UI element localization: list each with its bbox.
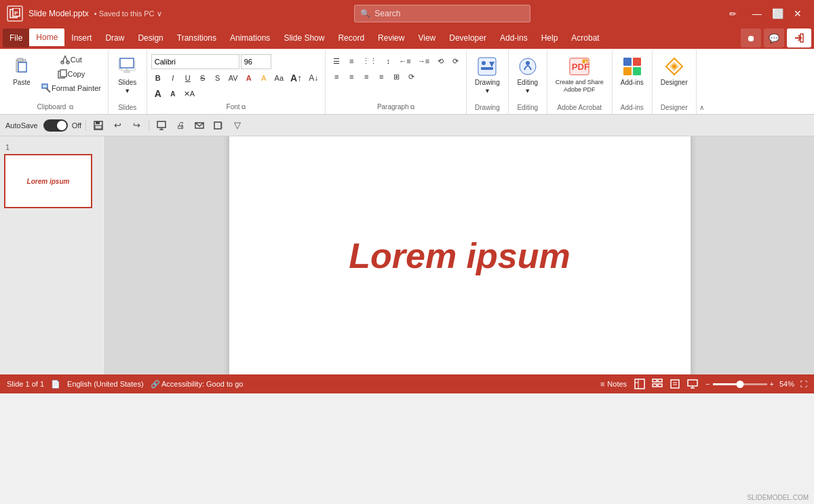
qa-email-button[interactable]	[191, 117, 208, 134]
svg-rect-28	[623, 58, 632, 66]
addins-button[interactable]: Add-ins	[617, 53, 648, 89]
search-box[interactable]: 🔍 Search	[354, 5, 530, 22]
redo-button[interactable]: ↪	[128, 117, 144, 134]
strikethrough-button[interactable]: S	[196, 71, 210, 85]
menu-addins[interactable]: Add-ins	[493, 28, 535, 47]
zoom-level: 54%	[779, 380, 794, 388]
size-decrease-button[interactable]: A↓	[306, 71, 321, 85]
spacing-button[interactable]: AV	[226, 71, 241, 85]
slide-canvas[interactable]: Lorem ipsum	[229, 136, 691, 374]
zoom-slider[interactable]	[713, 383, 767, 385]
svg-rect-19	[124, 71, 130, 73]
font-aa-button[interactable]: Aa	[272, 71, 286, 85]
convert-button[interactable]: ⟳	[404, 70, 418, 83]
paste-icon	[11, 56, 33, 77]
menu-help[interactable]: Help	[535, 28, 565, 47]
font-color-button[interactable]: A	[242, 71, 256, 85]
font-size-big[interactable]: A	[151, 87, 165, 100]
center-button[interactable]: ≡	[345, 70, 358, 83]
columns-button[interactable]: ⋮⋮	[360, 54, 380, 68]
copy-button[interactable]: Copy	[38, 67, 104, 81]
autosave-state: Off	[72, 121, 81, 130]
comment-button[interactable]: 💬	[764, 28, 784, 47]
filename: Slide Model.pptx	[28, 9, 89, 18]
menu-animations[interactable]: Animations	[223, 28, 277, 47]
presenter-view-button[interactable]	[685, 376, 700, 391]
qa-slides-btn[interactable]	[210, 117, 227, 134]
undo-button[interactable]: ↩	[109, 117, 125, 134]
notes-button[interactable]: ≡ Notes	[600, 380, 627, 388]
accessibility-label[interactable]: 🔗 Accessibility: Good to go	[151, 380, 244, 389]
clear-format-button[interactable]: ✕A	[181, 87, 197, 100]
bullets-button[interactable]: ☰	[330, 54, 343, 68]
autosave-toggle[interactable]	[43, 119, 68, 132]
svg-rect-5	[18, 58, 23, 62]
svg-rect-35	[95, 125, 102, 129]
font-size-small[interactable]: A	[166, 87, 180, 100]
menu-transitions[interactable]: Transitions	[170, 28, 223, 47]
align-left-button[interactable]: ≡	[330, 70, 343, 83]
align-right-button[interactable]: ≡	[360, 70, 373, 83]
menu-developer[interactable]: Developer	[442, 28, 493, 47]
menu-view[interactable]: View	[411, 28, 442, 47]
qa-presentation-button[interactable]	[153, 117, 170, 134]
drawing-button[interactable]: Drawing ▼	[471, 53, 504, 97]
normal-view-button[interactable]	[632, 376, 647, 391]
text-dir2-button[interactable]: ⟳	[448, 54, 462, 68]
designer-button[interactable]: Designer	[657, 53, 692, 89]
font-name-input[interactable]	[151, 54, 239, 69]
smartart-button[interactable]: ⊞	[389, 70, 403, 83]
qa-print-button[interactable]: 🖨	[172, 117, 189, 134]
share-button[interactable]	[787, 28, 811, 47]
zoom-in-button[interactable]: +	[770, 380, 774, 388]
reading-view-button[interactable]	[667, 376, 682, 391]
search-icon: 🔍	[360, 9, 370, 18]
shadow-button[interactable]: S	[211, 71, 225, 85]
highlight-button[interactable]: A	[257, 71, 271, 85]
editing-button[interactable]: Editing ▼	[513, 53, 543, 97]
slide-sorter-button[interactable]	[650, 376, 665, 391]
svg-rect-34	[96, 121, 100, 124]
cut-button[interactable]: Cut	[38, 53, 104, 66]
zoom-out-button[interactable]: −	[705, 380, 710, 388]
text-dir-button[interactable]: ⟲	[433, 54, 447, 68]
adobe-pdf-button[interactable]: PDF Create and ShareAdobe PDF	[551, 53, 608, 96]
numbering-button[interactable]: ≡	[345, 54, 358, 68]
qa-more-button[interactable]: ▽	[229, 117, 246, 134]
indent-decrease-button[interactable]: ←≡	[396, 54, 413, 68]
font-size-input[interactable]	[241, 54, 271, 69]
slide-notes-icon[interactable]: 📄	[51, 380, 60, 389]
menu-insert[interactable]: Insert	[64, 28, 98, 47]
svg-point-21	[482, 61, 486, 65]
menu-design[interactable]: Design	[131, 28, 170, 47]
minimize-button[interactable]: —	[748, 4, 767, 23]
pencil-icon-btn[interactable]: ✏	[723, 4, 742, 23]
menu-acrobat[interactable]: Acrobat	[564, 28, 606, 47]
close-button[interactable]: ✕	[788, 4, 807, 23]
underline-button[interactable]: U	[181, 71, 195, 85]
slide-thumbnail[interactable]: Lorem ipsum	[4, 154, 92, 208]
size-increase-button[interactable]: A↑	[288, 71, 305, 85]
menu-draw[interactable]: Draw	[98, 28, 131, 47]
menu-file[interactable]: File	[3, 28, 29, 47]
ribbon-collapse-button[interactable]: ∧	[697, 50, 708, 114]
slides-button[interactable]: Slides ▼	[113, 53, 142, 97]
menu-record[interactable]: Record	[331, 28, 371, 47]
menu-home[interactable]: Home	[29, 28, 64, 47]
bold-button[interactable]: B	[151, 71, 165, 85]
cut-label: Cut	[71, 56, 82, 64]
format-painter-button[interactable]: Format Painter	[38, 81, 104, 95]
justify-button[interactable]: ≡	[374, 70, 388, 83]
restore-button[interactable]: ⬜	[768, 4, 787, 23]
menu-slideshow[interactable]: Slide Show	[277, 28, 331, 47]
ribbon-group-drawing: Drawing ▼ Drawing	[467, 50, 509, 114]
paste-button[interactable]: Paste	[7, 53, 37, 89]
indent-increase-button[interactable]: →≡	[415, 54, 432, 68]
fit-button[interactable]: ⛶	[800, 380, 807, 388]
ribbon: Paste Cut Copy	[0, 49, 814, 115]
save-button[interactable]	[90, 117, 106, 134]
record-circle-button[interactable]: ⏺	[741, 28, 761, 47]
italic-button[interactable]: I	[166, 71, 180, 85]
menu-review[interactable]: Review	[371, 28, 411, 47]
line-spacing-button[interactable]: ↕	[381, 54, 395, 68]
